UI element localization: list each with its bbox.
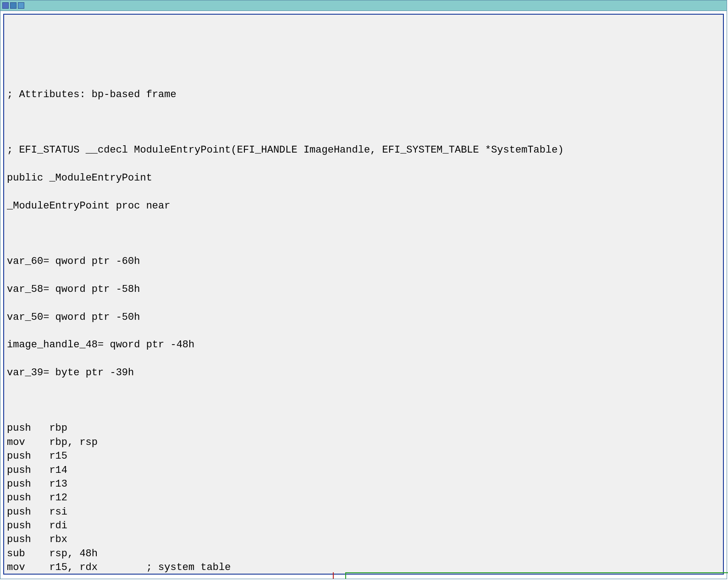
operands: r15, rdx ; system table	[49, 562, 231, 573]
titlebar-icon-1[interactable]	[2, 2, 9, 9]
titlebar-icon-2[interactable]	[10, 2, 17, 9]
branch-edge-false	[333, 572, 334, 579]
mnemonic: push	[7, 533, 49, 547]
local-var: var_50= qword ptr -50h	[7, 311, 720, 324]
local-var: var_60= qword ptr -60h	[7, 255, 720, 269]
mnemonic: mov	[7, 436, 49, 449]
mnemonic: push	[7, 477, 49, 491]
blank-line	[7, 116, 720, 130]
operands: r15	[49, 450, 67, 462]
instruction: pushrbp	[7, 422, 720, 435]
operands: rsp, 48h	[49, 548, 98, 559]
proc-decl: _ModuleEntryPoint proc near	[7, 199, 720, 213]
instruction: movrbp, rsp	[7, 436, 720, 449]
mnemonic: mov	[7, 561, 49, 575]
operands: r12	[49, 492, 67, 504]
titlebar-icon-3[interactable]	[18, 2, 24, 9]
disassembly-code: ; Attributes: bp-based frame ; EFI_STATU…	[4, 15, 723, 575]
instruction: pushr12	[7, 491, 720, 505]
mnemonic: push	[7, 422, 49, 435]
operands: rbx	[49, 534, 67, 545]
instruction: pushrbx	[7, 533, 720, 547]
instruction: pushr14	[7, 464, 720, 477]
operands: r13	[49, 478, 67, 490]
operands: rbp	[49, 422, 67, 434]
signature-comment: ; EFI_STATUS __cdecl ModuleEntryPoint(EF…	[7, 143, 720, 157]
instruction: pushr15	[7, 449, 720, 463]
public-decl: public _ModuleEntryPoint	[7, 171, 720, 185]
instruction: pushr13	[7, 477, 720, 491]
local-var: image_handle_48= qword ptr -48h	[7, 338, 720, 352]
mnemonic: push	[7, 505, 49, 519]
blank-line	[7, 60, 720, 74]
mnemonic: push	[7, 519, 49, 533]
basic-block-node[interactable]: ; Attributes: bp-based frame ; EFI_STATU…	[3, 14, 724, 575]
local-var: var_58= qword ptr -58h	[7, 283, 720, 296]
operands: rdi	[49, 520, 67, 532]
attributes-comment: ; Attributes: bp-based frame	[7, 88, 720, 102]
window-titlebar[interactable]	[0, 0, 727, 11]
instruction: pushrsi	[7, 505, 720, 519]
mnemonic: push	[7, 491, 49, 505]
operands: rbp, rsp	[49, 437, 98, 448]
mnemonic: sub	[7, 547, 49, 561]
disassembler-window: ; Attributes: bp-based frame ; EFI_STATU…	[0, 0, 727, 579]
local-var: var_39= byte ptr -39h	[7, 366, 720, 380]
mnemonic: push	[7, 449, 49, 463]
instruction: subrsp, 48h	[7, 547, 720, 561]
branch-edge-true-horizontal	[345, 572, 728, 573]
blank-line	[7, 394, 720, 408]
mnemonic: push	[7, 464, 49, 477]
operands: rsi	[49, 506, 67, 518]
blank-line	[7, 227, 720, 241]
blank-line	[7, 32, 720, 46]
operands: r14	[49, 465, 67, 476]
branch-edge-true	[345, 573, 346, 579]
instruction: pushrdi	[7, 519, 720, 533]
